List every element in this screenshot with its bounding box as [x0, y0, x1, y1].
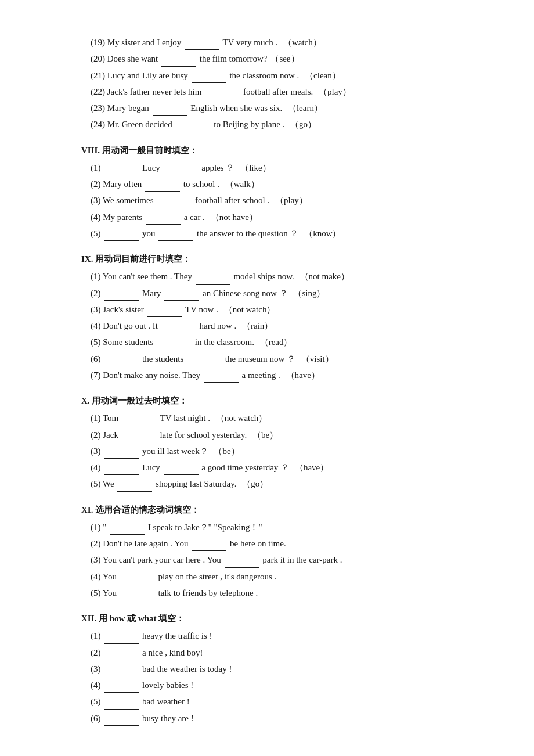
item-24-hint: （go）: [290, 120, 316, 129]
xii-item-4: (4) lovely babies !: [81, 678, 464, 693]
xii-6-num: (6): [91, 714, 103, 723]
ix-item-7: (7) Don't make any noise. They a meeting…: [81, 368, 464, 383]
xi-3-after: park it in the car-park .: [261, 555, 342, 564]
section-x-title: X. 用动词一般过去时填空：: [81, 393, 464, 408]
blank-xii-1: [104, 643, 139, 644]
blank-x-4b: [164, 474, 199, 475]
item-21-hint: （clean）: [305, 71, 341, 80]
section-viii-title: VIII. 用动词一般目前时填空：: [81, 143, 464, 158]
xii-3-num: (3): [91, 664, 103, 674]
xii-2-num: (2): [91, 648, 103, 657]
blank-viii-2: [145, 191, 180, 192]
item-20-after: the film tomorrow?: [197, 54, 267, 63]
viii-1-after: apples ？: [200, 163, 237, 172]
blank-xii-5: [104, 709, 139, 710]
viii-1-mid: Lucy: [140, 163, 162, 172]
item-24-after: to Beijing by plane .: [212, 120, 287, 129]
blank-ix-7: [204, 382, 239, 383]
item-22-after: football after meals.: [241, 87, 315, 96]
item-23-text: (23) Mary began: [91, 103, 151, 113]
viii-5-hint: （know）: [304, 229, 341, 238]
x-3-hint: （be）: [214, 447, 239, 456]
blank-viii-4: [146, 224, 181, 225]
viii-item-4: (4) My parents a car . （not have）: [81, 210, 464, 225]
viii-5-after: the answer to the question ？: [194, 229, 301, 238]
viii-item-5: (5) you the answer to the question ？ （kn…: [81, 226, 464, 241]
viii-3-text: (3) We sometimes: [91, 196, 156, 205]
ix-item-4: (4) Don't go out . It hard now . （rain）: [81, 318, 464, 333]
xi-1-num: (1) ": [91, 523, 109, 532]
section-xi-title: XI. 选用合适的情态动词填空：: [81, 502, 464, 517]
xii-6-after: busy they are !: [140, 714, 193, 723]
ix-5-text: (5) Some students: [91, 337, 156, 347]
blank-20: [161, 66, 196, 67]
x-3-after: you ill last week？: [140, 447, 210, 456]
item-23-after: English when she was six.: [189, 103, 284, 113]
ix-7-after: a meeting .: [240, 370, 283, 380]
ix-5-hint: （read）: [260, 337, 293, 347]
x-2-after: late for school yesterday.: [158, 430, 249, 440]
x-1-after: TV last night .: [158, 413, 212, 423]
x-item-5: (5) We shopping last Saturday. （go）: [81, 476, 464, 491]
blank-ix-5: [157, 350, 192, 350]
blank-xii-2: [104, 660, 139, 660]
blank-x-4a: [104, 474, 139, 475]
item-21-text: (21) Lucy and Lily are busy: [91, 71, 190, 80]
item-23: (23) Mary began English when she was six…: [81, 100, 464, 116]
item-19-hint: （watch）: [283, 38, 322, 47]
blank-x-3: [104, 458, 139, 459]
xii-5-num: (5): [91, 697, 103, 706]
blank-23: [153, 115, 187, 116]
section-ix-title: IX. 用动词目前进行时填空：: [81, 251, 464, 267]
blank-x-5: [117, 491, 152, 492]
blank-viii-1a: [104, 175, 139, 175]
ix-5-after: in the classroom.: [193, 337, 257, 347]
xi-3-text: (3) You can't park your car here . You: [91, 555, 223, 564]
blank-ix-3: [147, 316, 182, 317]
blank-xi-5: [120, 600, 155, 600]
xii-item-1: (1) heavy the traffic is !: [81, 628, 464, 643]
x-4-after: a good time yesterday ？: [200, 463, 291, 472]
ix-4-hint: （rain）: [242, 321, 273, 330]
xi-item-3: (3) You can't park your car here . You p…: [81, 552, 464, 567]
ix-6-mid: the students: [140, 354, 186, 363]
blank-xi-3: [225, 567, 259, 568]
x-item-2: (2) Jack late for school yesterday. （be）: [81, 427, 464, 442]
ix-4-text: (4) Don't go out . It: [91, 321, 160, 330]
ix-6-after: the museum now ？: [223, 354, 298, 363]
ix-3-text: (3) Jack's sister: [91, 305, 146, 314]
viii-1-num: (1): [91, 163, 103, 172]
blank-ix-6b: [187, 366, 222, 366]
blank-ix-6a: [104, 366, 139, 366]
viii-1-hint: （like）: [240, 163, 271, 172]
item-20-hint: （see）: [270, 54, 299, 63]
x-2-hint: （be）: [252, 430, 278, 440]
item-24-text: (24) Mr. Green decided: [91, 120, 175, 129]
section-xii-title: XII. 用 how 或 what 填空：: [81, 611, 464, 626]
xii-1-after: heavy the traffic is !: [140, 631, 212, 640]
blank-ix-2a: [104, 300, 139, 301]
xii-3-after: bad the weather is today !: [140, 664, 232, 674]
viii-2-text: (2) Mary often: [91, 179, 144, 189]
ix-item-3: (3) Jack's sister TV now . （not watch）: [81, 302, 464, 317]
xi-4-text: (4) You: [91, 572, 119, 581]
item-24: (24) Mr. Green decided to Beijing by pla…: [81, 117, 464, 132]
ix-7-text: (7) Don't make any noise. They: [91, 370, 203, 380]
ix-4-after: hard now .: [197, 321, 239, 330]
blank-xii-4: [104, 692, 139, 693]
x-5-text: (5) We: [91, 479, 116, 488]
blank-ix-2b: [164, 300, 199, 301]
xi-item-4: (4) You play on the street , it's danger…: [81, 569, 464, 584]
ix-3-hint: （not watch）: [224, 305, 276, 314]
viii-2-hint: （walk）: [225, 179, 259, 189]
ix-1-text: (1) You can't see them . They: [91, 272, 194, 281]
xii-2-after: a nice , kind boy!: [140, 648, 203, 657]
xi-2-text: (2) Don't be late again . You: [91, 539, 190, 548]
xi-5-text: (5) You: [91, 588, 119, 597]
viii-item-2: (2) Mary often to school . （walk）: [81, 177, 464, 192]
xii-item-5: (5) bad weather !: [81, 694, 464, 709]
blank-19: [185, 49, 219, 50]
viii-5-mid: you: [140, 229, 157, 238]
viii-item-1: (1) Lucy apples ？ （like）: [81, 160, 464, 175]
xii-item-6: (6) busy they are !: [81, 711, 464, 726]
